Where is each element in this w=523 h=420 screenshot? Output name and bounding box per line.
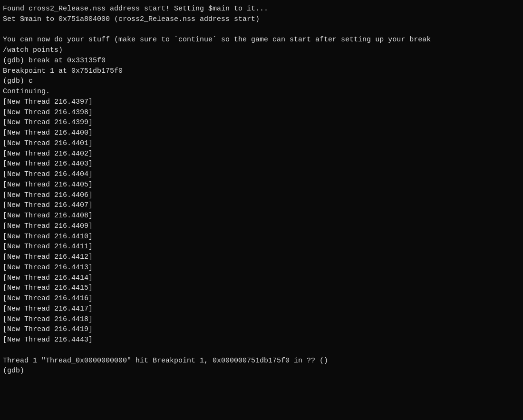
- terminal-line: [New Thread 216.4400]: [3, 128, 520, 138]
- terminal-line: (gdb): [3, 366, 520, 376]
- terminal-line: [New Thread 216.4403]: [3, 159, 520, 169]
- terminal-line: [New Thread 216.4410]: [3, 232, 520, 242]
- terminal-line: [New Thread 216.4415]: [3, 283, 520, 293]
- terminal-line: [New Thread 216.4418]: [3, 314, 520, 325]
- terminal-line: [New Thread 216.4406]: [3, 190, 520, 201]
- terminal-line: [New Thread 216.4411]: [3, 242, 520, 252]
- terminal-line: You can now do your stuff (make sure to …: [3, 35, 520, 45]
- terminal-line: [New Thread 216.4407]: [3, 200, 520, 211]
- terminal-line: [New Thread 216.4402]: [3, 149, 520, 159]
- terminal-line: [New Thread 216.4398]: [3, 107, 520, 118]
- terminal-line: Set $main to 0x751a804000 (cross2_Releas…: [3, 14, 520, 25]
- terminal-line: [New Thread 216.4443]: [3, 335, 520, 345]
- terminal-line: Continuing.: [3, 87, 520, 97]
- terminal-line: [New Thread 216.4412]: [3, 252, 520, 263]
- terminal-output[interactable]: Found cross2_Release.nss address start! …: [0, 0, 523, 420]
- terminal-line: [New Thread 216.4397]: [3, 97, 520, 107]
- terminal-line: [New Thread 216.4417]: [3, 304, 520, 314]
- terminal-line: [New Thread 216.4405]: [3, 180, 520, 190]
- terminal-line: /watch points): [3, 45, 520, 56]
- terminal-line: Thread 1 "Thread_0x0000000000" hit Break…: [3, 356, 520, 366]
- terminal-line: [New Thread 216.4413]: [3, 263, 520, 273]
- terminal-line: [New Thread 216.4401]: [3, 138, 520, 149]
- terminal-line: [New Thread 216.4414]: [3, 273, 520, 283]
- terminal-line: [New Thread 216.4404]: [3, 169, 520, 180]
- terminal-line: (gdb) c: [3, 76, 520, 87]
- terminal-line: Breakpoint 1 at 0x751db175f0: [3, 66, 520, 77]
- terminal-line: [3, 345, 520, 356]
- terminal-line: [New Thread 216.4416]: [3, 293, 520, 304]
- terminal-line: Found cross2_Release.nss address start! …: [3, 4, 520, 14]
- terminal-line: [3, 25, 520, 35]
- terminal-line: [New Thread 216.4419]: [3, 324, 520, 335]
- terminal-line: (gdb) break_at 0x33135f0: [3, 56, 520, 66]
- terminal-line: [New Thread 216.4399]: [3, 117, 520, 128]
- terminal-line: [New Thread 216.4408]: [3, 211, 520, 221]
- terminal-line: [New Thread 216.4409]: [3, 221, 520, 232]
